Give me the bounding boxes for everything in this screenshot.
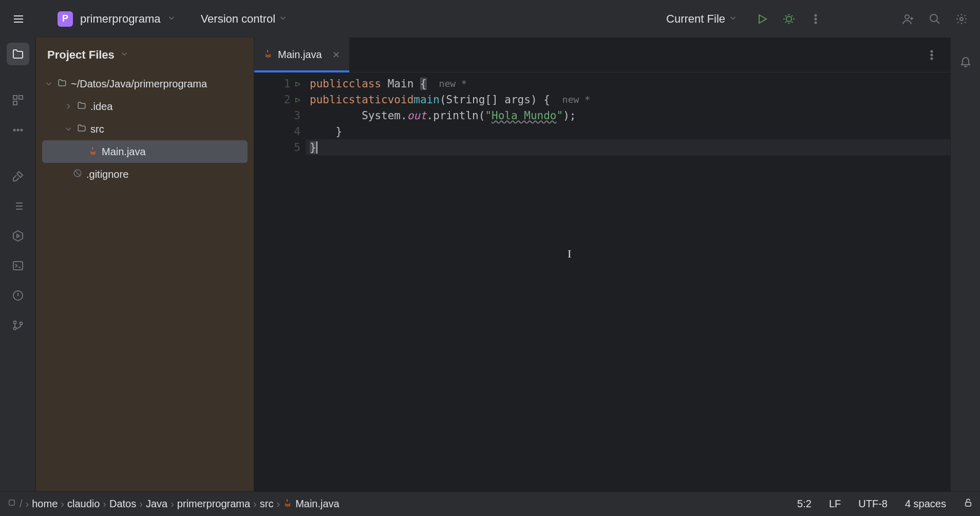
- svg-point-12: [21, 129, 22, 131]
- breadcrumb-label: src: [260, 498, 274, 510]
- run-config-label: Current File: [666, 12, 725, 26]
- search-everywhere-button[interactable]: [924, 8, 946, 30]
- folder-icon: [12, 48, 24, 60]
- tree-item-src[interactable]: src: [36, 118, 254, 140]
- terminal-tool-button[interactable]: [7, 254, 29, 277]
- tree-root-label: ~/Datos/Java/primerprograma: [71, 78, 207, 90]
- editor-tabs: Main.java ✕: [254, 38, 950, 72]
- project-panel: Project Files ~/Datos/Java/primerprogram…: [36, 38, 254, 491]
- folder-icon: [58, 78, 67, 90]
- chevron-down-icon: [167, 12, 176, 25]
- tree-item-idea[interactable]: .idea: [36, 95, 254, 118]
- breadcrumb-label: Datos: [109, 498, 136, 510]
- line-number: 4: [294, 125, 300, 138]
- more-actions-button[interactable]: [804, 8, 827, 30]
- tab-label: Main.java: [278, 49, 322, 61]
- tab-more-button[interactable]: [920, 44, 943, 66]
- project-badge[interactable]: P: [58, 11, 73, 27]
- vcs-label: Version control: [201, 12, 276, 26]
- vcs-dropdown[interactable]: Version control: [201, 12, 288, 26]
- gitignore-icon: [73, 169, 82, 180]
- run-button[interactable]: [751, 8, 774, 30]
- cursor-position[interactable]: 5:2: [797, 498, 812, 510]
- services-tool-button[interactable]: [7, 225, 29, 247]
- tree-item-gitignore[interactable]: .gitignore: [36, 163, 254, 186]
- hammer-icon: [12, 170, 24, 182]
- tree-item-label: .idea: [90, 101, 112, 113]
- breadcrumb-item[interactable]: primerprograma: [177, 498, 250, 510]
- search-icon: [929, 13, 941, 25]
- svg-rect-23: [966, 502, 971, 506]
- project-name-dropdown[interactable]: primerprograma: [80, 12, 176, 26]
- gutter-run-icon[interactable]: ▷: [295, 95, 300, 104]
- breadcrumb-label: Java: [146, 498, 167, 510]
- code-content[interactable]: public class Main {new * public static v…: [306, 72, 950, 491]
- line-separator[interactable]: LF: [829, 498, 841, 510]
- svg-point-0: [786, 16, 791, 22]
- java-file-icon: [283, 498, 292, 510]
- svg-point-20: [931, 54, 932, 56]
- debug-button[interactable]: [778, 8, 800, 30]
- code-with-me-button[interactable]: [897, 8, 919, 30]
- problems-tool-button[interactable]: [7, 284, 29, 307]
- project-tree[interactable]: ~/Datos/Java/primerprograma .idea src Ma…: [36, 72, 254, 191]
- readonly-toggle[interactable]: [964, 498, 973, 510]
- folder-icon: [77, 101, 86, 113]
- close-tab-button[interactable]: ✕: [332, 49, 340, 61]
- breadcrumb-item[interactable]: home: [32, 498, 58, 510]
- breadcrumb-item[interactable]: Java: [146, 498, 167, 510]
- chevron-down-icon: [728, 12, 738, 26]
- breadcrumb-item[interactable]: src: [260, 498, 274, 510]
- svg-rect-22: [9, 500, 15, 506]
- git-tool-button[interactable]: [7, 314, 29, 337]
- tab-main-java[interactable]: Main.java ✕: [254, 38, 349, 72]
- gear-icon: [955, 13, 968, 25]
- breadcrumb-item[interactable]: Datos: [109, 498, 136, 510]
- svg-point-15: [13, 321, 16, 324]
- person-add-icon: [902, 13, 914, 25]
- breadcrumb-item[interactable]: claudio: [67, 498, 100, 510]
- line-number: 3: [294, 109, 300, 122]
- svg-point-6: [960, 17, 963, 21]
- caret-down-icon: [64, 124, 73, 134]
- lock-open-icon: [964, 498, 973, 507]
- code-editor[interactable]: 1▷ 2▷ 3 4 5 public class Main {new * pub…: [254, 72, 950, 491]
- build-tool-button[interactable]: [7, 165, 29, 188]
- bell-icon: [959, 55, 972, 67]
- hexagon-play-icon: [12, 230, 24, 242]
- main-menu-button[interactable]: [7, 8, 30, 30]
- line-number: 1: [284, 78, 291, 90]
- indent-setting[interactable]: 4 spaces: [905, 498, 946, 510]
- editor-gutter[interactable]: 1▷ 2▷ 3 4 5: [254, 72, 306, 491]
- breadcrumb-label: Main.java: [295, 498, 340, 510]
- gutter-run-icon[interactable]: ▷: [295, 79, 300, 88]
- horizontal-dots-icon: [12, 124, 24, 136]
- svg-point-16: [13, 327, 16, 330]
- tree-item-main-java[interactable]: Main.java: [42, 140, 248, 163]
- tree-item-label: .gitignore: [86, 169, 128, 180]
- notifications-button[interactable]: [954, 50, 977, 72]
- bug-icon: [783, 13, 795, 25]
- hamburger-icon: [12, 13, 25, 25]
- project-tool-button[interactable]: [7, 43, 29, 65]
- file-encoding[interactable]: UTF-8: [858, 498, 888, 510]
- run-config-dropdown[interactable]: Current File: [666, 12, 738, 26]
- more-tool-button[interactable]: [7, 119, 29, 141]
- left-tool-strip: [0, 38, 36, 491]
- structure-tool-button[interactable]: [7, 89, 29, 112]
- breadcrumb-file[interactable]: Main.java: [283, 498, 340, 510]
- svg-point-5: [930, 14, 937, 22]
- vertical-dots-icon: [809, 13, 822, 25]
- nav-icon[interactable]: [7, 498, 16, 510]
- project-panel-title[interactable]: Project Files: [36, 38, 254, 72]
- todo-tool-button[interactable]: [7, 195, 29, 217]
- svg-point-4: [905, 15, 909, 19]
- tree-root-row[interactable]: ~/Datos/Java/primerprograma: [36, 72, 254, 95]
- settings-button[interactable]: [950, 8, 973, 30]
- svg-rect-9: [13, 101, 17, 105]
- warning-circle-icon: [12, 289, 24, 302]
- inlay-hint: new *: [439, 78, 467, 89]
- caret-right-icon: [64, 102, 73, 111]
- mouse-ibeam-cursor: I: [568, 247, 571, 261]
- line-number: 5: [294, 141, 300, 154]
